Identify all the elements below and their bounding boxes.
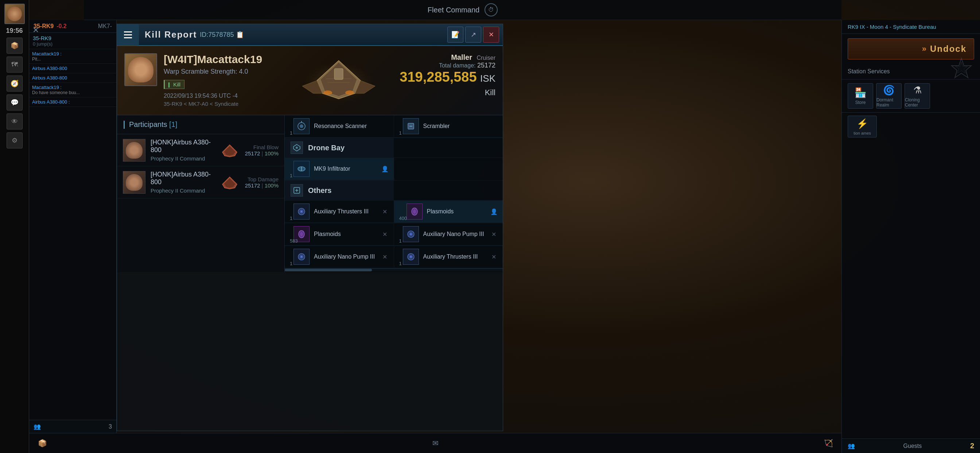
aux-thrusters-right-qty: 1 [399,261,402,266]
drone-bay-right-cell [394,138,503,158]
aux-thrusters-right-cell: 1 Auxiliary Thrusters III ✕ [394,246,503,268]
participant-row-2[interactable]: [HONK]Airbus A380-800 Prophecy II Comman… [117,166,285,198]
plasmoids-name: Plasmoids [314,231,377,238]
pct-2: 100% [265,182,278,188]
chat-message-4: Macattack19 : Do have someone buu... [29,83,116,97]
participants-panel: Participants [1] [HONK]Airbus A380-800 P… [117,115,285,272]
others-header: Others [285,180,394,200]
cloning-center-button[interactable]: ⚗ Cloning Center [905,83,930,109]
map-icon[interactable]: 🗺 [6,57,22,73]
sender-2: Airbus A380-800 [32,65,67,71]
damage-line: Total damage: 25172 [399,62,495,69]
result-label: Kill [399,88,495,97]
aux-nano-qty: 1 [290,261,293,266]
plasmoids-right-name: Plasmoids [427,208,486,215]
participant-portrait-1 [123,139,145,161]
members-icon: 👥 [33,423,41,430]
lower-section: Participants [1] [HONK]Airbus A380-800 P… [117,115,503,272]
svg-rect-3 [334,69,343,80]
chat-icon[interactable]: 💬 [6,94,22,110]
copy-id-icon[interactable]: 📋 [236,30,244,39]
aux-nano-entry[interactable]: 1 Auxiliary Nano Pump III ✕ [285,246,394,268]
items-scrollbar[interactable] [285,268,503,271]
nav-icon[interactable]: 🧭 [6,75,22,91]
svg-point-41 [410,256,412,257]
plasmoids-close-btn[interactable]: ✕ [381,230,389,239]
blow-label-1: Final Blow [253,144,278,150]
aux-thrusters-entry[interactable]: 1 Auxiliary Thrusters III ✕ [285,201,394,223]
ship-display [291,49,386,115]
export-button[interactable]: ↗ [465,27,481,43]
faction-star-emblem [949,57,974,82]
aux-nano-right-close-btn[interactable]: ✕ [490,230,498,239]
svg-point-5 [345,91,354,95]
kill-type-label: Kill [173,81,180,88]
participant-name-2: [HONK]Airbus A380-800 [151,171,215,186]
mk9-person-icon: 👤 [381,166,389,172]
mk9-right-cell [394,158,503,180]
aux-nano-close-btn[interactable]: ✕ [381,252,389,262]
character-portrait[interactable] [124,53,157,86]
scrambler-entry[interactable]: 1 Scrambler [394,115,503,137]
menu-hamburger-button[interactable] [117,24,139,46]
covert-icon[interactable]: 👁 [6,113,22,129]
msg-4: Do have someone buu... [32,90,113,95]
aux-nano-right-qty: 1 [399,238,402,244]
bottom-mail-icon[interactable]: ✉ [428,436,442,450]
plasmoids-entry[interactable]: 583 Plasmoids ✕ [285,223,394,246]
right-ui-panel: RK9 IX - Moon 4 - Syndicate Bureau » Und… [842,20,980,453]
msg-1: Pit... [32,57,113,62]
aux-thrusters-name: Auxiliary Thrusters III [314,208,377,215]
game-time: 19:56 [6,27,22,35]
close-sidebar-button[interactable]: ✕ [29,24,42,37]
aux-thrusters-qty: 1 [290,215,293,221]
aux-thrusters-right-close-btn[interactable]: ✕ [490,252,498,262]
hamburger-icon [124,31,132,38]
plasmoids-right-qty: 400 [399,215,407,221]
plasmoids-person-icon: 👤 [490,208,498,215]
ship-class: Cruiser [477,55,495,61]
participant-info-1: [HONK]Airbus A380-800 Prophecy II Comman… [151,139,215,161]
undock-arrow-icon: » [922,44,926,54]
close-modal-button[interactable]: ✕ [483,27,499,43]
inventory-icon[interactable]: 📦 [6,38,22,54]
right-icon-row: 🏪 Store 🌀 Dormant Realm ⚗ Cloning Center [842,80,980,112]
sender-1: Macattack19 : [32,51,62,57]
aux-nano-icon [293,249,310,265]
resonance-qty: 1 [290,130,293,136]
player-avatar[interactable] [5,4,25,24]
undock-label: Undock [930,44,967,54]
dormant-realm-button[interactable]: 🌀 Dormant Realm [876,83,902,109]
portrait-face [128,57,153,83]
cloning-center-icon: ⚗ [913,85,922,96]
resonance-scanner-entry[interactable]: 1 Resonance Scanner [285,115,394,137]
notes-button[interactable]: 📝 [447,27,463,43]
aux-thrusters-right-entry[interactable]: 1 Auxiliary Thrusters III ✕ [394,246,503,268]
plasmoids-left-row: 583 Plasmoids ✕ 1 Auxiliary Na [285,223,503,246]
action-games-text: tion ames [853,131,871,135]
svg-marker-43 [955,62,967,73]
blow-label-2: Top Damage [248,176,278,182]
scrambler-cell: 1 Scrambler [394,115,503,137]
bottom-missions-icon[interactable]: 🏹 [821,436,835,450]
svg-marker-11 [224,146,235,156]
character-section: [W4IT]Macattack19 Warp Scramble Strength… [117,46,503,115]
bottom-inventory-icon[interactable]: 📦 [35,436,49,450]
chat-security: -0.2 [57,23,67,30]
damage-1: 25172 [245,150,260,156]
mk9-infiltrator-entry[interactable]: 1 MK9 Infiltrator 👤 [285,158,394,180]
store-button[interactable]: 🏪 Store [848,83,873,109]
timer-icon[interactable]: ⏱ [485,3,498,16]
aux-thrusters-close-btn[interactable]: ✕ [381,207,389,217]
svg-point-28 [301,211,302,212]
aux-thrusters-icon [293,204,310,220]
chat-message-2: Airbus A380-800 [29,64,116,73]
aux-nano-right-entry[interactable]: 1 Auxiliary Nano Pump III ✕ [394,223,503,246]
participant-row-1[interactable]: [HONK]Airbus A380-800 Prophecy II Comman… [117,134,285,166]
plasmoids-right-entry[interactable]: 400 Plasmoids 👤 [394,201,503,223]
svg-point-35 [410,233,412,235]
guests-count: 2 [970,442,974,450]
action-games-button[interactable]: ⚡ tion ames [848,116,877,137]
misc-icon[interactable]: ⚙ [6,132,22,148]
participants-bar-accent [124,121,125,129]
